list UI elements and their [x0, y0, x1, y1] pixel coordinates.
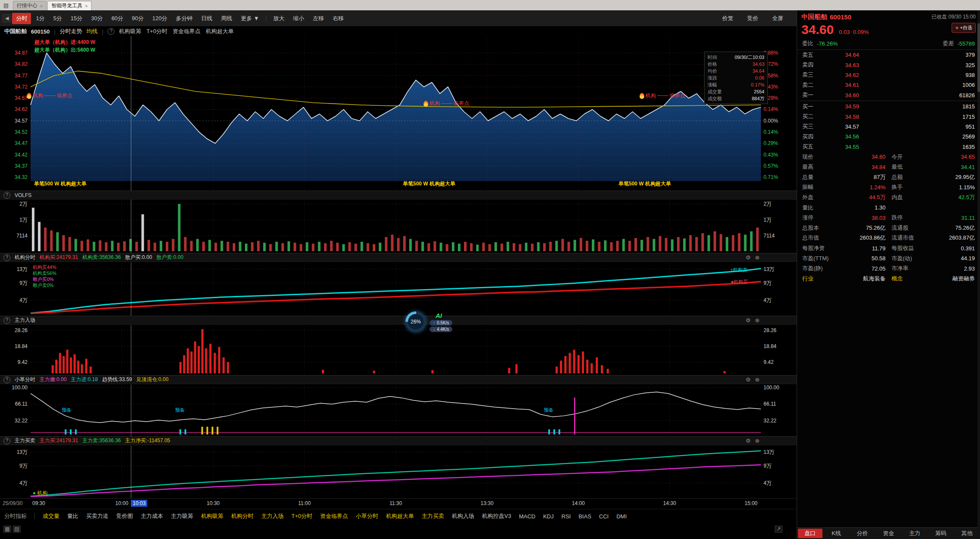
indicator-tab-11[interactable]: 小草分时: [356, 512, 378, 520]
close-icon[interactable]: ×: [85, 3, 87, 9]
help-icon[interactable]: ?: [108, 28, 114, 35]
period-tab-6[interactable]: 90分: [128, 13, 147, 24]
quote-tab-5[interactable]: 筹码: [929, 529, 953, 538]
quote-tab-3[interactable]: 资金: [876, 529, 901, 538]
add-favorite-button[interactable]: ♥ +自选: [952, 23, 976, 33]
bid-row-1[interactable]: 买二34.581715: [797, 111, 980, 121]
overlay-toggle-3[interactable]: 机构超大单: [206, 28, 234, 35]
ask-row-0[interactable]: 卖五34.64379: [797, 50, 980, 60]
period-tab-2[interactable]: 5分: [49, 13, 66, 24]
expand-icon[interactable]: ↗: [775, 526, 782, 533]
period-tab-0[interactable]: 分时: [12, 13, 31, 24]
overlay-toggle-0[interactable]: 机构吸筹: [119, 28, 141, 35]
indicator-tab-16[interactable]: MACD: [519, 513, 535, 520]
gear-icon[interactable]: ⚙: [745, 376, 751, 383]
pane-title: 机构分时: [15, 254, 35, 261]
quote-tab-0[interactable]: 盘口: [798, 529, 822, 538]
close-icon[interactable]: ⊗: [755, 317, 760, 323]
indicator-tab-10[interactable]: 资金临界点: [320, 512, 348, 520]
pane-stat-1: 机构卖:35636.36: [82, 254, 121, 261]
ma-toggle[interactable]: 均线: [87, 28, 98, 35]
window-tab-0[interactable]: 行情中心×: [13, 1, 46, 10]
zlrc-pane[interactable]: 28.2628.2618.8418.849.429.42: [0, 325, 797, 375]
gear-icon[interactable]: ⚙: [745, 317, 751, 323]
help-icon[interactable]: ?: [3, 437, 10, 444]
period-tab-8[interactable]: 多分钟: [172, 13, 197, 24]
indicator-tab-17[interactable]: KDJ: [543, 513, 554, 520]
volume-pane[interactable]: 2万2万1万1万71147114: [0, 200, 797, 253]
toolbar-right-0[interactable]: 价笼: [718, 13, 737, 24]
period-tab-4[interactable]: 30分: [87, 13, 106, 24]
ask-row-2[interactable]: 卖三34.62938: [797, 70, 980, 80]
indicator-tab-6[interactable]: 机构吸筹: [201, 512, 223, 520]
gear-icon[interactable]: ⚙: [745, 254, 751, 261]
indicator-tab-7[interactable]: 机构分时: [231, 512, 254, 520]
period-tab-3[interactable]: 15分: [67, 13, 86, 24]
indicator-tab-13[interactable]: 主力买卖: [422, 512, 444, 520]
layout-grid-icon[interactable]: ▦: [3, 526, 11, 533]
indicator-tab-1[interactable]: 量比: [67, 512, 78, 520]
indicator-tab-12[interactable]: 机构超大单: [386, 512, 414, 520]
period-tab-10[interactable]: 周线: [217, 13, 236, 24]
bid-row-0[interactable]: 买一34.591815: [797, 102, 980, 111]
more-dropdown[interactable]: 更多 ▼: [237, 13, 263, 24]
level-label: 买三: [802, 123, 822, 130]
window-tab-1[interactable]: 智能寻龙工具×: [47, 1, 91, 10]
chart-action-3[interactable]: 右移: [329, 13, 348, 24]
quote-tab-2[interactable]: 分价: [850, 529, 875, 538]
help-icon[interactable]: ?: [3, 254, 10, 261]
period-tab-5[interactable]: 60分: [108, 13, 127, 24]
bid-row-2[interactable]: 买三34.57951: [797, 122, 980, 132]
bid-row-3[interactable]: 买四34.562569: [797, 132, 980, 142]
close-icon[interactable]: ⊗: [755, 437, 760, 444]
indicator-tab-18[interactable]: RSI: [562, 513, 571, 520]
chart-action-2[interactable]: 左移: [309, 13, 328, 24]
indicator-tab-9[interactable]: T+0分时: [291, 512, 312, 520]
main-intraday-pane[interactable]: 34.8734.8234.7734.7234.6734.6234.5734.52…: [0, 36, 797, 191]
period-tab-7[interactable]: 120分: [148, 13, 171, 24]
gear-icon[interactable]: ⚙: [745, 437, 751, 444]
close-icon[interactable]: ⊗: [755, 254, 760, 261]
indicator-tab-3[interactable]: 竞价图: [116, 512, 133, 520]
close-icon[interactable]: ⊗: [755, 376, 760, 383]
jgfs-pane[interactable]: 13万13万9万9万4万4万机构买44%机构卖56%散户买0%散户卖0%c机构卖…: [0, 262, 797, 316]
indicator-tab-14[interactable]: 机构入场: [452, 512, 474, 520]
ask-row-4[interactable]: 卖一34.6061826: [797, 90, 980, 100]
ask-row-3[interactable]: 卖二34.611006: [797, 80, 980, 90]
help-icon[interactable]: ?: [3, 376, 10, 383]
quote-panel: 中国船舶 600150 已收盘 09/30 15:00 34.60 0.03 0…: [797, 10, 980, 539]
scrollbar[interactable]: [977, 10, 980, 539]
ask-row-1[interactable]: 卖四34.63325: [797, 60, 980, 70]
help-icon[interactable]: ?: [3, 192, 10, 199]
indicator-tab-8[interactable]: 主力入场: [261, 512, 284, 520]
overlay-toggle-1[interactable]: T+0分时: [146, 28, 167, 35]
quote-tab-1[interactable]: K线: [824, 529, 849, 538]
chart-action-1[interactable]: 缩小: [289, 13, 308, 24]
indicator-tab-5[interactable]: 主力吸筹: [171, 512, 193, 520]
indicator-tab-2[interactable]: 买卖力道: [86, 512, 108, 520]
indicator-tab-19[interactable]: BIAS: [578, 513, 591, 520]
toolbar-right-1[interactable]: 竞价: [743, 13, 762, 24]
xcfs-pane[interactable]: 100.00100.0066.1166.1132.2232.22预备预备预备: [0, 385, 797, 436]
indicator-tab-4[interactable]: 主力成本: [141, 512, 163, 520]
nav-back-icon[interactable]: ◀: [3, 14, 11, 22]
app-menu-icon[interactable]: ▤: [2, 2, 10, 9]
chart-action-0[interactable]: 放大: [269, 13, 288, 24]
quote-tab-4[interactable]: 主力: [903, 529, 927, 538]
close-icon[interactable]: ×: [40, 3, 43, 9]
stat-row-10: 市盈(TTM)50.58市盈(动)44.19: [797, 253, 980, 264]
layout-list-icon[interactable]: ▤: [13, 526, 21, 533]
indicator-tab-15[interactable]: 机构控盘V3: [482, 512, 511, 520]
period-tab-9[interactable]: 日线: [198, 13, 216, 24]
bid-row-4[interactable]: 买五34.551635: [797, 142, 980, 152]
zlmm-pane[interactable]: 13万13万9万9万4万4万● 机构: [0, 446, 797, 498]
overlay-toggle-2[interactable]: 资金临界点: [173, 28, 201, 35]
period-tab-1[interactable]: 1分: [32, 13, 48, 24]
toolbar-right-2[interactable]: 全屏: [768, 13, 787, 24]
indicator-tab-20[interactable]: CCI: [599, 513, 609, 520]
view-label[interactable]: 分时走势: [60, 28, 82, 35]
indicator-tab-0[interactable]: 成交量: [43, 512, 59, 520]
indicator-tab-21[interactable]: DMI: [616, 513, 627, 520]
quote-tab-6[interactable]: 其他: [955, 529, 979, 538]
help-icon[interactable]: ?: [3, 317, 10, 324]
